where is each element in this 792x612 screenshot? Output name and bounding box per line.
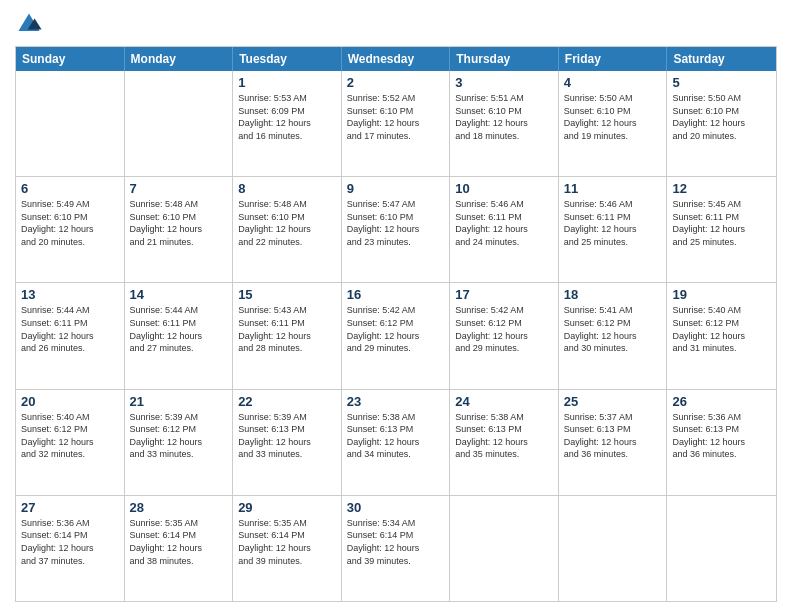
day-number: 26 bbox=[672, 394, 771, 409]
cell-info: Sunrise: 5:42 AM Sunset: 6:12 PM Dayligh… bbox=[455, 304, 553, 354]
cal-cell: 30Sunrise: 5:34 AM Sunset: 6:14 PM Dayli… bbox=[342, 496, 451, 601]
day-number: 3 bbox=[455, 75, 553, 90]
cell-info: Sunrise: 5:45 AM Sunset: 6:11 PM Dayligh… bbox=[672, 198, 771, 248]
cal-cell bbox=[667, 496, 776, 601]
cell-info: Sunrise: 5:42 AM Sunset: 6:12 PM Dayligh… bbox=[347, 304, 445, 354]
cell-info: Sunrise: 5:46 AM Sunset: 6:11 PM Dayligh… bbox=[455, 198, 553, 248]
day-number: 6 bbox=[21, 181, 119, 196]
cal-cell: 29Sunrise: 5:35 AM Sunset: 6:14 PM Dayli… bbox=[233, 496, 342, 601]
cell-info: Sunrise: 5:40 AM Sunset: 6:12 PM Dayligh… bbox=[21, 411, 119, 461]
day-number: 29 bbox=[238, 500, 336, 515]
cell-info: Sunrise: 5:35 AM Sunset: 6:14 PM Dayligh… bbox=[238, 517, 336, 567]
cell-info: Sunrise: 5:39 AM Sunset: 6:13 PM Dayligh… bbox=[238, 411, 336, 461]
day-number: 28 bbox=[130, 500, 228, 515]
cal-cell: 11Sunrise: 5:46 AM Sunset: 6:11 PM Dayli… bbox=[559, 177, 668, 282]
day-number: 2 bbox=[347, 75, 445, 90]
day-header-wednesday: Wednesday bbox=[342, 47, 451, 71]
cell-info: Sunrise: 5:50 AM Sunset: 6:10 PM Dayligh… bbox=[672, 92, 771, 142]
day-number: 27 bbox=[21, 500, 119, 515]
day-header-thursday: Thursday bbox=[450, 47, 559, 71]
cal-cell: 24Sunrise: 5:38 AM Sunset: 6:13 PM Dayli… bbox=[450, 390, 559, 495]
calendar-header: SundayMondayTuesdayWednesdayThursdayFrid… bbox=[16, 47, 776, 71]
cal-cell: 6Sunrise: 5:49 AM Sunset: 6:10 PM Daylig… bbox=[16, 177, 125, 282]
cal-cell: 2Sunrise: 5:52 AM Sunset: 6:10 PM Daylig… bbox=[342, 71, 451, 176]
cell-info: Sunrise: 5:39 AM Sunset: 6:12 PM Dayligh… bbox=[130, 411, 228, 461]
cell-info: Sunrise: 5:38 AM Sunset: 6:13 PM Dayligh… bbox=[347, 411, 445, 461]
day-number: 12 bbox=[672, 181, 771, 196]
day-number: 11 bbox=[564, 181, 662, 196]
cal-cell bbox=[125, 71, 234, 176]
cell-info: Sunrise: 5:40 AM Sunset: 6:12 PM Dayligh… bbox=[672, 304, 771, 354]
cal-cell: 8Sunrise: 5:48 AM Sunset: 6:10 PM Daylig… bbox=[233, 177, 342, 282]
cal-cell: 22Sunrise: 5:39 AM Sunset: 6:13 PM Dayli… bbox=[233, 390, 342, 495]
day-number: 9 bbox=[347, 181, 445, 196]
cal-cell: 20Sunrise: 5:40 AM Sunset: 6:12 PM Dayli… bbox=[16, 390, 125, 495]
day-header-monday: Monday bbox=[125, 47, 234, 71]
calendar-body: 1Sunrise: 5:53 AM Sunset: 6:09 PM Daylig… bbox=[16, 71, 776, 601]
cell-info: Sunrise: 5:34 AM Sunset: 6:14 PM Dayligh… bbox=[347, 517, 445, 567]
day-number: 8 bbox=[238, 181, 336, 196]
cell-info: Sunrise: 5:44 AM Sunset: 6:11 PM Dayligh… bbox=[21, 304, 119, 354]
day-number: 17 bbox=[455, 287, 553, 302]
logo-icon bbox=[15, 10, 43, 38]
cal-cell: 3Sunrise: 5:51 AM Sunset: 6:10 PM Daylig… bbox=[450, 71, 559, 176]
cell-info: Sunrise: 5:51 AM Sunset: 6:10 PM Dayligh… bbox=[455, 92, 553, 142]
logo bbox=[15, 10, 47, 38]
day-number: 21 bbox=[130, 394, 228, 409]
cell-info: Sunrise: 5:43 AM Sunset: 6:11 PM Dayligh… bbox=[238, 304, 336, 354]
week-row-3: 13Sunrise: 5:44 AM Sunset: 6:11 PM Dayli… bbox=[16, 282, 776, 388]
header bbox=[15, 10, 777, 38]
day-number: 18 bbox=[564, 287, 662, 302]
day-number: 7 bbox=[130, 181, 228, 196]
day-number: 23 bbox=[347, 394, 445, 409]
day-number: 10 bbox=[455, 181, 553, 196]
cal-cell: 12Sunrise: 5:45 AM Sunset: 6:11 PM Dayli… bbox=[667, 177, 776, 282]
day-header-sunday: Sunday bbox=[16, 47, 125, 71]
cell-info: Sunrise: 5:36 AM Sunset: 6:14 PM Dayligh… bbox=[21, 517, 119, 567]
day-number: 4 bbox=[564, 75, 662, 90]
cal-cell: 18Sunrise: 5:41 AM Sunset: 6:12 PM Dayli… bbox=[559, 283, 668, 388]
cal-cell: 1Sunrise: 5:53 AM Sunset: 6:09 PM Daylig… bbox=[233, 71, 342, 176]
cell-info: Sunrise: 5:49 AM Sunset: 6:10 PM Dayligh… bbox=[21, 198, 119, 248]
cal-cell: 4Sunrise: 5:50 AM Sunset: 6:10 PM Daylig… bbox=[559, 71, 668, 176]
cell-info: Sunrise: 5:37 AM Sunset: 6:13 PM Dayligh… bbox=[564, 411, 662, 461]
cal-cell bbox=[450, 496, 559, 601]
day-header-friday: Friday bbox=[559, 47, 668, 71]
cell-info: Sunrise: 5:53 AM Sunset: 6:09 PM Dayligh… bbox=[238, 92, 336, 142]
cal-cell: 15Sunrise: 5:43 AM Sunset: 6:11 PM Dayli… bbox=[233, 283, 342, 388]
cell-info: Sunrise: 5:48 AM Sunset: 6:10 PM Dayligh… bbox=[130, 198, 228, 248]
day-number: 13 bbox=[21, 287, 119, 302]
cal-cell bbox=[559, 496, 668, 601]
cal-cell: 9Sunrise: 5:47 AM Sunset: 6:10 PM Daylig… bbox=[342, 177, 451, 282]
calendar: SundayMondayTuesdayWednesdayThursdayFrid… bbox=[15, 46, 777, 602]
cal-cell bbox=[16, 71, 125, 176]
cal-cell: 28Sunrise: 5:35 AM Sunset: 6:14 PM Dayli… bbox=[125, 496, 234, 601]
cal-cell: 23Sunrise: 5:38 AM Sunset: 6:13 PM Dayli… bbox=[342, 390, 451, 495]
day-number: 25 bbox=[564, 394, 662, 409]
cal-cell: 7Sunrise: 5:48 AM Sunset: 6:10 PM Daylig… bbox=[125, 177, 234, 282]
cell-info: Sunrise: 5:41 AM Sunset: 6:12 PM Dayligh… bbox=[564, 304, 662, 354]
day-number: 15 bbox=[238, 287, 336, 302]
week-row-4: 20Sunrise: 5:40 AM Sunset: 6:12 PM Dayli… bbox=[16, 389, 776, 495]
day-number: 14 bbox=[130, 287, 228, 302]
cal-cell: 17Sunrise: 5:42 AM Sunset: 6:12 PM Dayli… bbox=[450, 283, 559, 388]
cell-info: Sunrise: 5:35 AM Sunset: 6:14 PM Dayligh… bbox=[130, 517, 228, 567]
day-header-saturday: Saturday bbox=[667, 47, 776, 71]
cell-info: Sunrise: 5:36 AM Sunset: 6:13 PM Dayligh… bbox=[672, 411, 771, 461]
day-number: 16 bbox=[347, 287, 445, 302]
cal-cell: 5Sunrise: 5:50 AM Sunset: 6:10 PM Daylig… bbox=[667, 71, 776, 176]
day-number: 1 bbox=[238, 75, 336, 90]
day-number: 19 bbox=[672, 287, 771, 302]
week-row-2: 6Sunrise: 5:49 AM Sunset: 6:10 PM Daylig… bbox=[16, 176, 776, 282]
cell-info: Sunrise: 5:44 AM Sunset: 6:11 PM Dayligh… bbox=[130, 304, 228, 354]
cell-info: Sunrise: 5:38 AM Sunset: 6:13 PM Dayligh… bbox=[455, 411, 553, 461]
day-header-tuesday: Tuesday bbox=[233, 47, 342, 71]
cell-info: Sunrise: 5:48 AM Sunset: 6:10 PM Dayligh… bbox=[238, 198, 336, 248]
page: SundayMondayTuesdayWednesdayThursdayFrid… bbox=[0, 0, 792, 612]
cal-cell: 16Sunrise: 5:42 AM Sunset: 6:12 PM Dayli… bbox=[342, 283, 451, 388]
cal-cell: 19Sunrise: 5:40 AM Sunset: 6:12 PM Dayli… bbox=[667, 283, 776, 388]
day-number: 30 bbox=[347, 500, 445, 515]
day-number: 5 bbox=[672, 75, 771, 90]
cell-info: Sunrise: 5:52 AM Sunset: 6:10 PM Dayligh… bbox=[347, 92, 445, 142]
day-number: 20 bbox=[21, 394, 119, 409]
